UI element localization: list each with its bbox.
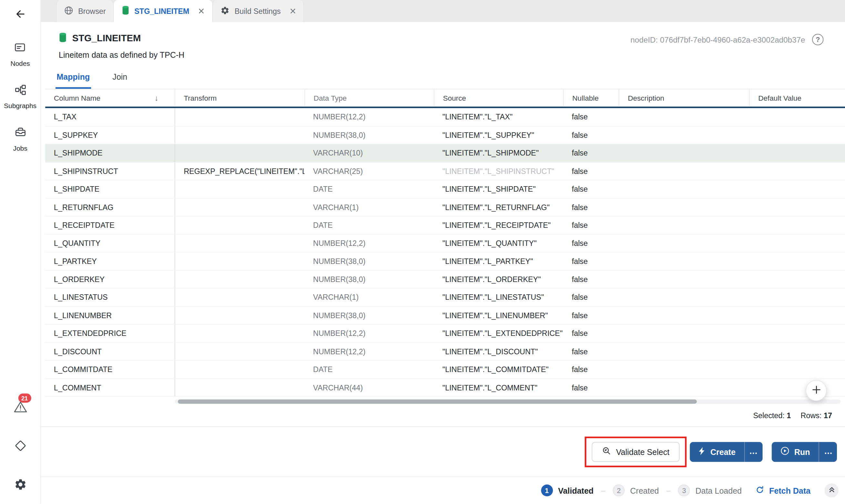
app-window: Nodes Subgraphs Jobs 21	[0, 0, 845, 504]
column-header-default-value[interactable]: Default Value	[749, 89, 845, 107]
cell-description	[619, 361, 749, 378]
run-more-button[interactable]	[818, 442, 837, 462]
table-row[interactable]: L_LINESTATUS VARCHAR(1) "LINEITEM"."L_LI…	[45, 288, 845, 307]
column-header-transform[interactable]: Transform	[175, 89, 305, 107]
table-row[interactable]: L_EXTENDEDPRICE NUMBER(12,2) "LINEITEM".…	[45, 325, 845, 343]
cell-nullable: false	[563, 162, 619, 180]
cell-column-name: L_SHIPINSTRUCT	[45, 162, 174, 180]
table-row[interactable]: L_RECEIPTDATE DATE "LINEITEM"."L_RECEIPT…	[45, 216, 845, 235]
node-description: Lineitem data as defined by TPC-H	[59, 50, 185, 59]
cell-description	[619, 198, 749, 216]
table-row[interactable]: L_DISCOUNT NUMBER(12,2) "LINEITEM"."L_DI…	[45, 343, 845, 361]
problems-button[interactable]: 21	[13, 400, 27, 416]
node-editor: STG_LINEITEM Lineitem data as defined by…	[41, 22, 845, 504]
validate-select-button[interactable]: Validate Select	[592, 442, 679, 462]
cell-transform	[175, 126, 305, 144]
cell-data-type: NUMBER(12,2)	[305, 108, 434, 126]
table-row[interactable]: L_SHIPINSTRUCT REGEXP_REPLACE("LINEITEM"…	[45, 162, 845, 180]
git-diamond-button[interactable]	[14, 439, 27, 454]
cell-description	[619, 325, 749, 342]
table-row[interactable]: L_LINENUMBER NUMBER(38,0) "LINEITEM"."L_…	[45, 307, 845, 325]
main-area: Browser STG_LINEITEM Build Settings	[41, 0, 845, 504]
table-row[interactable]: L_COMMENT VARCHAR(44) "LINEITEM"."L_COMM…	[45, 379, 845, 397]
cell-nullable: false	[563, 216, 619, 234]
close-icon[interactable]	[198, 8, 204, 14]
column-header-column-name[interactable]: Column Name ↓	[45, 89, 174, 107]
close-icon[interactable]	[290, 8, 296, 14]
tab-mapping[interactable]: Mapping	[55, 72, 91, 89]
tab-label: Build Settings	[235, 7, 281, 16]
column-header-nullable[interactable]: Nullable	[563, 89, 619, 107]
table-row[interactable]: L_TAX NUMBER(12,2) "LINEITEM"."L_TAX" fa…	[45, 108, 845, 126]
table-row[interactable]: L_COMMITDATE DATE "LINEITEM"."L_COMMITDA…	[45, 361, 845, 379]
scrollbar-thumb[interactable]	[178, 399, 697, 404]
sort-descending-icon[interactable]: ↓	[155, 94, 159, 102]
node-database-icon	[59, 32, 67, 44]
tab-browser[interactable]: Browser	[56, 0, 114, 22]
settings-button[interactable]	[14, 478, 27, 493]
tab-join[interactable]: Join	[111, 72, 128, 89]
add-button[interactable]	[806, 380, 827, 401]
help-icon[interactable]: ?	[812, 34, 823, 45]
warning-triangle-icon	[13, 406, 27, 415]
table-row[interactable]: L_ORDERKEY NUMBER(38,0) "LINEITEM"."L_OR…	[45, 270, 845, 288]
table-row[interactable]: L_SHIPMODE VARCHAR(10) "LINEITEM"."L_SHI…	[45, 144, 845, 162]
tab-build-settings[interactable]: Build Settings	[212, 0, 304, 22]
cell-source: "LINEITEM"."L_QUANTITY"	[434, 235, 563, 252]
cell-default-value	[749, 108, 845, 126]
sidebar-item-nodes[interactable]: Nodes	[10, 41, 30, 68]
create-button[interactable]: Create	[690, 442, 744, 462]
cell-transform	[175, 288, 305, 306]
tab-stg-lineitem[interactable]: STG_LINEITEM	[114, 0, 212, 22]
collapse-panel-button[interactable]	[825, 483, 839, 497]
table-row[interactable]: L_QUANTITY NUMBER(12,2) "LINEITEM"."L_QU…	[45, 235, 845, 253]
selected-label: Selected:	[753, 411, 784, 420]
cell-default-value	[749, 270, 845, 288]
pipeline-steps: 1 Validated – 2 Created – 3 Data Loaded	[541, 485, 742, 497]
step-validated: 1 Validated	[541, 485, 593, 497]
gear-icon	[14, 483, 27, 492]
arrow-left-icon	[15, 9, 25, 22]
run-button[interactable]: Run	[772, 442, 818, 462]
column-header-data-type[interactable]: Data Type	[305, 89, 434, 107]
cell-transform	[175, 270, 305, 288]
cell-nullable: false	[563, 126, 619, 144]
cell-default-value	[749, 235, 845, 252]
cell-column-name: L_LINENUMBER	[45, 307, 174, 324]
cell-source: "LINEITEM"."L_SHIPINSTRUCT"	[434, 162, 563, 180]
cell-source: "LINEITEM"."L_DISCOUNT"	[434, 343, 563, 360]
cell-column-name: L_EXTENDEDPRICE	[45, 325, 174, 342]
cell-nullable: false	[563, 180, 619, 198]
cell-data-type: NUMBER(38,0)	[305, 126, 434, 144]
fetch-data-button[interactable]: Fetch Data	[756, 485, 811, 496]
cell-default-value	[749, 379, 845, 396]
step-separator: –	[601, 486, 605, 495]
cell-description	[619, 270, 749, 288]
cell-column-name: L_RETURNFLAG	[45, 198, 174, 216]
cell-data-type: VARCHAR(1)	[305, 288, 434, 306]
jobs-icon	[14, 126, 27, 141]
back-button[interactable]	[11, 5, 30, 25]
node-header: STG_LINEITEM Lineitem data as defined by…	[41, 22, 845, 59]
sidebar-item-subgraphs[interactable]: Subgraphs	[4, 84, 36, 110]
sidebar-item-jobs[interactable]: Jobs	[13, 126, 28, 152]
cell-description	[619, 343, 749, 360]
table-row[interactable]: L_RETURNFLAG VARCHAR(1) "LINEITEM"."L_RE…	[45, 198, 845, 216]
cell-column-name: L_SHIPDATE	[45, 180, 174, 198]
cell-source: "LINEITEM"."L_COMMITDATE"	[434, 361, 563, 378]
column-header-source[interactable]: Source	[434, 89, 563, 107]
cell-default-value	[749, 144, 845, 162]
table-row[interactable]: L_SUPPKEY NUMBER(38,0) "LINEITEM"."L_SUP…	[45, 126, 845, 144]
table-row[interactable]: L_SHIPDATE DATE "LINEITEM"."L_SHIPDATE" …	[45, 180, 845, 198]
table-body: L_TAX NUMBER(12,2) "LINEITEM"."L_TAX" fa…	[45, 108, 845, 397]
cell-data-type: NUMBER(12,2)	[305, 235, 434, 252]
cell-source: "LINEITEM"."L_TAX"	[434, 108, 563, 126]
cell-column-name: L_SUPPKEY	[45, 126, 174, 144]
table-row[interactable]: L_PARTKEY NUMBER(38,0) "LINEITEM"."L_PAR…	[45, 252, 845, 270]
create-more-button[interactable]	[744, 442, 763, 462]
ellipsis-icon	[824, 447, 832, 456]
rows-count: 17	[824, 411, 832, 420]
cell-column-name: L_COMMENT	[45, 379, 174, 396]
column-header-description[interactable]: Description	[619, 89, 749, 107]
cell-nullable: false	[563, 270, 619, 288]
